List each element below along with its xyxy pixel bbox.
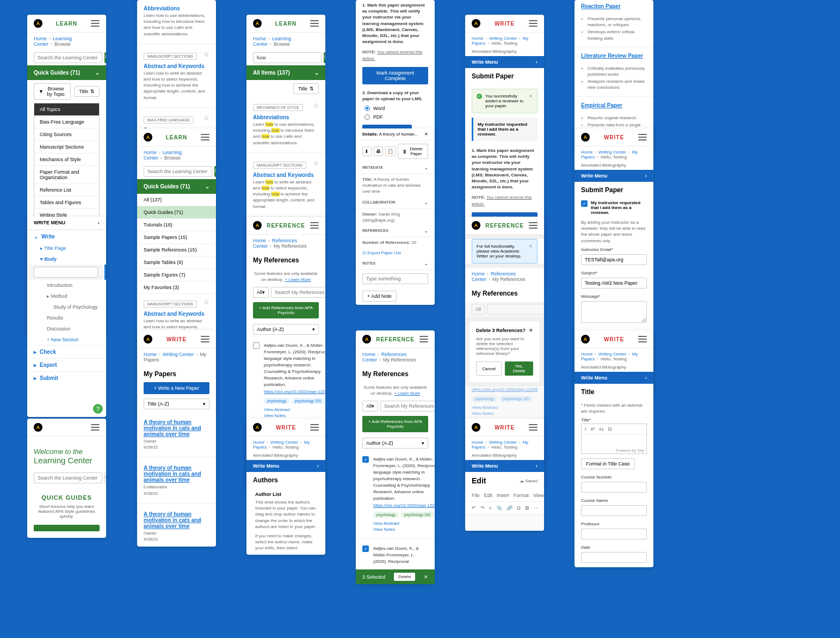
search-input[interactable]	[34, 52, 102, 63]
tree-new-section[interactable]: + New Section	[27, 334, 106, 345]
all-items-bar[interactable]: All Items (137)⌄	[246, 65, 325, 80]
collapse-icon[interactable]: ‹	[98, 220, 100, 226]
sort-select[interactable]: Title (A-Z)▾	[144, 398, 209, 409]
topic-item[interactable]: Tables and Figures	[34, 197, 99, 209]
tree-results[interactable]: Results	[27, 312, 106, 323]
references-select-card: AREFERENCE Home›References Center›My Ref…	[356, 330, 435, 584]
check-icon: ✓	[477, 94, 482, 99]
quick-guides-bar[interactable]: Quick Guides (71)⌄	[27, 65, 106, 80]
menu-icon[interactable]	[310, 20, 319, 27]
cat-item[interactable]: All (137)	[137, 194, 216, 206]
star-icon[interactable]: ☆	[203, 51, 209, 58]
logo-icon: A	[34, 19, 42, 28]
search-button[interactable]: 🔍	[324, 52, 325, 63]
star-icon[interactable]: ☆	[203, 114, 209, 122]
toolbar: ↶↷⎌📎🔗Ω⊞⋯	[465, 502, 544, 514]
delete-modal: Delete 3 References?✕Are you sure you wa…	[470, 321, 540, 382]
breadcrumb: Home›Learning Center›Browse	[246, 33, 325, 50]
tool-icon[interactable]: ⎌	[489, 505, 492, 511]
more-icon[interactable]: ⋯	[534, 505, 539, 511]
selection-bar: 3 SelectedDelete✕	[356, 569, 435, 584]
topic-item[interactable]: Citing Sources	[34, 128, 99, 141]
check-section[interactable]: ▸Check	[27, 345, 106, 358]
topic-item[interactable]: Mechanics of Style	[34, 154, 99, 166]
my-papers-card: AWRITE Home›Writing Center›My Papers My …	[137, 330, 216, 547]
app-title: LEARN	[56, 21, 77, 27]
delete-paper-button[interactable]: 🗑 Delete Paper	[398, 144, 428, 159]
tree-sop[interactable]: Study of Psychology	[27, 302, 106, 312]
help-icon[interactable]: ?	[93, 404, 103, 414]
tree-intro[interactable]: Introduction	[27, 280, 106, 291]
write-menu-bar[interactable]: Write Menu›	[246, 460, 325, 472]
redo-icon[interactable]: ↷	[480, 505, 485, 511]
view-guides-button[interactable]	[34, 525, 100, 531]
topic-item[interactable]: All Topics	[34, 103, 99, 116]
confirm-delete-button[interactable]: Yes, Delete	[505, 361, 533, 376]
close-icon[interactable]: ✕	[424, 132, 428, 137]
paper-item: A theory of human motivation in cats and…	[137, 459, 216, 500]
tool-icon[interactable]: ⊞	[525, 505, 529, 511]
reference-item: ✓Aafjes-van Doorn, K., & Müller-Frommeye…	[356, 452, 435, 536]
radio-pdf	[365, 114, 370, 120]
write-new-button[interactable]: + Write a New Paper	[144, 382, 209, 394]
tool-icon[interactable]: Ω	[517, 505, 521, 511]
cat-item[interactable]: My Favorites (3)	[137, 281, 216, 294]
star-icon[interactable]: ☆	[313, 160, 319, 167]
menu-icon[interactable]	[91, 20, 100, 27]
checkbox[interactable]	[253, 342, 260, 349]
topic-item[interactable]: Bias-Free Language	[34, 116, 99, 128]
topic-item[interactable]: Manuscript Sections	[34, 141, 99, 154]
format-title-case-button[interactable]: Format in Title Case	[581, 458, 635, 469]
write-edit-card: AWRITE Home›Writing Center›My Papers›Hel…	[465, 419, 544, 531]
add-note-button[interactable]: + Add Note	[362, 291, 397, 302]
print-icon[interactable]: 🖶	[374, 146, 383, 156]
star-icon[interactable]: ☆	[313, 102, 319, 109]
tool-icon[interactable]: 📎	[496, 505, 502, 511]
saved-indicator: ☁ Saved	[520, 478, 538, 483]
cancel-button[interactable]: Cancel	[476, 361, 502, 376]
reference-item: Aafjes-van Doorn, K., & Müller-Frommeyer…	[246, 338, 325, 422]
subject-input[interactable]	[581, 278, 647, 289]
undo-icon[interactable]: ↶	[472, 505, 476, 511]
export-section[interactable]: ▸Export	[27, 358, 106, 371]
cat-item[interactable]: Tutorials (18)	[137, 219, 216, 231]
tool-icon[interactable]: 🔗	[507, 505, 512, 511]
cat-item[interactable]: Sample Tables (8)	[137, 256, 216, 269]
success-alert: ✓You successfully added a reviewer to yo…	[472, 89, 538, 113]
tree-title-page[interactable]: ▸ Title Page	[27, 243, 106, 254]
reference-item: ✓Aafjes-van Doorn, K., & Müller-Frommeye…	[356, 541, 435, 569]
cat-item[interactable]: Sample Papers (15)	[137, 231, 216, 244]
download-icon[interactable]: ⬇	[362, 146, 372, 156]
tree-disc[interactable]: Discussion	[27, 323, 106, 334]
add-refs-button[interactable]: + Add References from APA PsycInfo	[253, 302, 319, 318]
mark-complete-button[interactable]: Mark Assignment Complete	[362, 67, 428, 84]
tree-body[interactable]: ▾ Body	[27, 254, 106, 265]
copy-icon[interactable]: 📋	[385, 146, 396, 156]
submit-section[interactable]: ▸Submit	[27, 371, 106, 384]
browse-topic-button[interactable]: ▼Browse by Topic	[34, 83, 71, 100]
cat-item[interactable]: Sample Figures (7)	[137, 269, 216, 281]
delete-button[interactable]: Delete	[394, 573, 415, 581]
menu-icon[interactable]	[201, 134, 209, 140]
close-icon[interactable]: ✕	[424, 574, 428, 580]
logo-icon: A	[253, 19, 262, 28]
write-menu-tree: WRITE MENU‹ ⌄Write ▸ Title Page ▾ Body I…	[27, 217, 106, 417]
search-input[interactable]	[253, 52, 322, 63]
paper-item: A theory of human motivation in cats and…	[137, 414, 216, 455]
cat-item[interactable]: Sample References (15)	[137, 244, 216, 256]
cat-item[interactable]: Quick Guides (71)	[137, 206, 216, 219]
message-input[interactable]	[581, 301, 647, 323]
topic-item[interactable]: Paper Format and Organization	[34, 166, 99, 184]
close-icon[interactable]: ✕	[529, 94, 533, 99]
title-sort[interactable]: Title ⇅	[74, 86, 100, 97]
tree-method[interactable]: ▸ Method	[27, 291, 106, 302]
title-sort[interactable]: Title ⇅	[293, 83, 319, 94]
email-input[interactable]	[581, 254, 647, 265]
paper-item: A theory of human motivation in cats and…	[137, 506, 216, 547]
search-button[interactable]: 🔍	[104, 52, 106, 63]
write-section[interactable]: ⌄Write	[27, 230, 106, 243]
chevron-icon[interactable]: ⌄	[424, 165, 428, 170]
topic-item[interactable]: Reference List	[34, 184, 99, 197]
close-icon[interactable]: ✕	[529, 328, 533, 336]
title-form-card: AWRITE Home›Writing Center›My Papers›Hel…	[575, 330, 653, 567]
